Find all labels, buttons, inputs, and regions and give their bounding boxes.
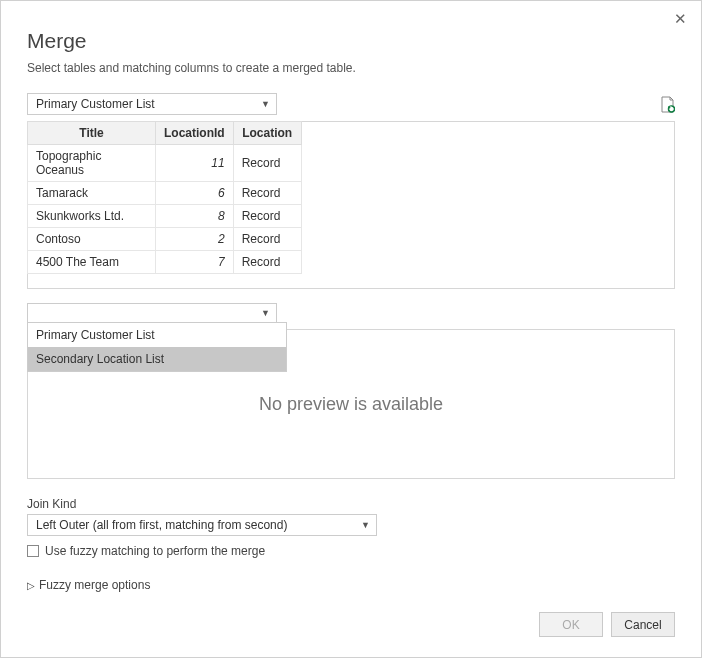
close-icon[interactable]: ✕ xyxy=(674,11,687,26)
dropdown-option-primary[interactable]: Primary Customer List xyxy=(28,323,286,347)
cell-locid: 7 xyxy=(156,251,234,274)
fuzzy-checkbox-row[interactable]: Use fuzzy matching to perform the merge xyxy=(27,544,675,558)
second-table-select[interactable]: ▼ xyxy=(27,303,277,323)
fuzzy-checkbox-label: Use fuzzy matching to perform the merge xyxy=(45,544,265,558)
dialog-buttons: OK Cancel xyxy=(539,612,675,637)
col-header-locationid[interactable]: LocationId xyxy=(156,122,234,145)
join-kind-label: Join Kind xyxy=(27,497,675,511)
col-header-title[interactable]: Title xyxy=(28,122,156,145)
checkbox-icon[interactable] xyxy=(27,545,39,557)
fuzzy-options-expander[interactable]: ▷ Fuzzy merge options xyxy=(27,578,675,592)
cell-title: Skunkworks Ltd. xyxy=(28,205,156,228)
first-data-table: Title LocationId Location Topographic Oc… xyxy=(27,121,302,274)
join-kind-select[interactable]: Left Outer (all from first, matching fro… xyxy=(27,514,377,536)
cell-locid: 11 xyxy=(156,145,234,182)
first-table-preview: Title LocationId Location Topographic Oc… xyxy=(27,121,675,289)
table-row[interactable]: 4500 The Team 7 Record xyxy=(28,251,302,274)
ok-button[interactable]: OK xyxy=(539,612,603,637)
refresh-icon[interactable] xyxy=(659,96,675,112)
table-row[interactable]: Skunkworks Ltd. 8 Record xyxy=(28,205,302,228)
first-table-select[interactable]: Primary Customer List ▼ xyxy=(27,93,277,115)
dialog-title: Merge xyxy=(27,29,675,53)
chevron-down-icon: ▼ xyxy=(361,520,370,530)
cell-title: Contoso xyxy=(28,228,156,251)
fuzzy-expander-label: Fuzzy merge options xyxy=(39,578,150,592)
cell-locid: 2 xyxy=(156,228,234,251)
table-row[interactable]: Tamarack 6 Record xyxy=(28,182,302,205)
dropdown-option-secondary[interactable]: Secondary Location List xyxy=(28,347,286,371)
no-preview-text: No preview is available xyxy=(259,394,443,415)
cell-title: Topographic Oceanus xyxy=(28,145,156,182)
cancel-button[interactable]: Cancel xyxy=(611,612,675,637)
chevron-right-icon: ▷ xyxy=(27,580,35,591)
dialog-subtitle: Select tables and matching columns to cr… xyxy=(27,61,675,75)
second-select-wrapper: ▼ Primary Customer List Secondary Locati… xyxy=(27,303,675,323)
join-kind-value: Left Outer (all from first, matching fro… xyxy=(36,518,287,532)
cell-title: Tamarack xyxy=(28,182,156,205)
table-row[interactable]: Contoso 2 Record xyxy=(28,228,302,251)
cell-loc: Record xyxy=(233,145,301,182)
table-header-row: Title LocationId Location xyxy=(28,122,302,145)
first-select-row: Primary Customer List ▼ xyxy=(27,93,675,115)
chevron-down-icon: ▼ xyxy=(261,308,270,318)
cell-locid: 8 xyxy=(156,205,234,228)
merge-dialog: ✕ Merge Select tables and matching colum… xyxy=(0,0,702,658)
cell-loc: Record xyxy=(233,228,301,251)
cell-loc: Record xyxy=(233,205,301,228)
chevron-down-icon: ▼ xyxy=(261,99,270,109)
second-table-dropdown: Primary Customer List Secondary Location… xyxy=(27,322,287,372)
cell-loc: Record xyxy=(233,182,301,205)
cell-title: 4500 The Team xyxy=(28,251,156,274)
table-row[interactable]: Topographic Oceanus 11 Record xyxy=(28,145,302,182)
first-table-select-value: Primary Customer List xyxy=(36,97,155,111)
cell-locid: 6 xyxy=(156,182,234,205)
col-header-location[interactable]: Location xyxy=(233,122,301,145)
cell-loc: Record xyxy=(233,251,301,274)
